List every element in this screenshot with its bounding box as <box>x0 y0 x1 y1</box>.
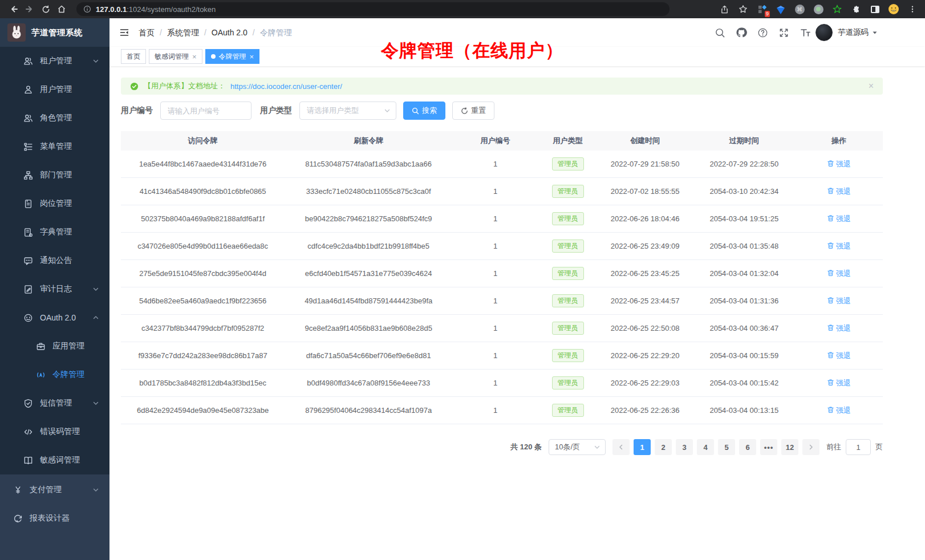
breadcrumb-item[interactable]: 首页 <box>139 28 155 37</box>
help-icon[interactable] <box>757 27 768 38</box>
user-id-cell: 1 <box>452 379 538 387</box>
user-avatar[interactable] <box>816 24 833 41</box>
browser-home-button[interactable] <box>55 2 68 16</box>
pager-page-button[interactable]: 4 <box>697 439 714 455</box>
star-extension-icon[interactable] <box>831 3 843 15</box>
expire-time-cell: 2054-03-10 20:42:34 <box>693 187 795 196</box>
tab-0[interactable]: 首页 <box>121 49 146 64</box>
sidebar-item-oauth[interactable]: OAuth 2.0 <box>0 303 109 332</box>
sidebar-item-dept[interactable]: 部门管理 <box>0 161 109 189</box>
font-size-icon[interactable] <box>800 27 811 38</box>
pager-more-button[interactable]: ••• <box>760 439 777 455</box>
tab-close-icon[interactable]: × <box>250 53 254 60</box>
force-logout-button[interactable]: 强退 <box>827 214 851 224</box>
side-panel-icon[interactable] <box>869 3 881 15</box>
alert-close-icon[interactable]: × <box>869 82 874 91</box>
sidebar-item-oauth-token[interactable]: 令牌管理 <box>0 360 109 389</box>
sidebar-item-pay[interactable]: 支付管理 <box>0 476 109 504</box>
gem-extension-icon[interactable] <box>775 3 786 15</box>
github-icon[interactable] <box>736 27 747 38</box>
reset-button[interactable]: 重置 <box>452 102 494 120</box>
site-info-icon[interactable] <box>83 5 91 13</box>
browser-back-button[interactable] <box>7 2 21 16</box>
org-icon <box>23 170 33 180</box>
tab-2[interactable]: 令牌管理× <box>205 49 260 64</box>
sidebar-item-role[interactable]: 角色管理 <box>0 104 109 132</box>
table-row: 502375b8040a469a9b82188afdf6af1fbe90422b… <box>121 205 883 233</box>
pager-page-button[interactable]: 2 <box>655 439 672 455</box>
user-caret-down-icon[interactable] <box>871 29 878 36</box>
sidebar-item-notice[interactable]: 通知公告 <box>0 246 109 275</box>
user-icon <box>23 84 33 95</box>
force-logout-button[interactable]: 强退 <box>827 378 851 388</box>
pager-page-button[interactable]: 1 <box>634 439 651 455</box>
header-icons <box>715 27 811 38</box>
action-cell: 强退 <box>795 241 883 251</box>
force-logout-button[interactable]: 强退 <box>827 269 851 279</box>
sidebar-item-menu[interactable]: 菜单管理 <box>0 132 109 161</box>
puzzle-extensions-icon[interactable] <box>850 3 862 15</box>
profile-avatar-icon[interactable] <box>888 3 899 15</box>
force-logout-button[interactable]: 强退 <box>827 405 851 416</box>
action-cell: 强退 <box>795 296 883 306</box>
expire-time-cell: 2054-03-04 00:36:47 <box>693 324 795 332</box>
sidebar-item-oauth-app[interactable]: 应用管理 <box>0 332 109 360</box>
fullscreen-icon[interactable] <box>778 27 789 38</box>
command-extension-icon[interactable]: ⌘ <box>794 3 805 15</box>
sidebar-item-report[interactable]: 报表设计器 <box>0 504 109 533</box>
sidebar-item-errcode[interactable]: 错误码管理 <box>0 417 109 446</box>
pager-page-button[interactable]: 12 <box>781 439 798 455</box>
search-icon[interactable] <box>715 27 725 38</box>
force-logout-button[interactable]: 强退 <box>827 351 851 361</box>
recorder-extension-icon[interactable] <box>813 3 824 15</box>
user-type-cell: 管理员 <box>538 267 597 280</box>
force-logout-button[interactable]: 强退 <box>827 159 851 169</box>
page-size-select[interactable]: 10条/页 <box>549 439 606 455</box>
pager-page-button[interactable]: 6 <box>739 439 756 455</box>
user-id-input[interactable] <box>160 102 251 120</box>
force-logout-label: 强退 <box>836 296 851 306</box>
address-bar[interactable]: 127.0.0.1:1024/system/oauth2/token <box>76 2 670 16</box>
extension-tiles-icon[interactable]: 9 <box>756 3 768 15</box>
force-logout-button[interactable]: 强退 <box>827 296 851 306</box>
force-logout-button[interactable]: 强退 <box>827 323 851 334</box>
table-header-cell: 过期时间 <box>693 136 795 146</box>
sidebar-item-dict[interactable]: 字典管理 <box>0 218 109 246</box>
browser-menu-icon[interactable] <box>907 3 918 15</box>
goto-page-input[interactable] <box>846 439 871 455</box>
pager-page-button[interactable]: 3 <box>676 439 693 455</box>
sidebar-item-tenant[interactable]: 租户管理 <box>0 47 109 75</box>
force-logout-button[interactable]: 强退 <box>827 186 851 197</box>
app-logo: 芋道管理系统 <box>0 18 109 47</box>
sidebar-item-sensitive[interactable]: 敏感词管理 <box>0 446 109 474</box>
table-header-cell: 创建时间 <box>597 136 693 146</box>
pager-prev-button[interactable] <box>612 439 630 455</box>
yen-icon <box>13 485 23 495</box>
alert-doc-link[interactable]: https://doc.iocoder.cn/user-center/ <box>230 82 342 91</box>
sidebar-item-sms[interactable]: 短信管理 <box>0 389 109 417</box>
browser-forward-button[interactable] <box>23 2 36 16</box>
expire-time-cell: 2054-03-04 01:31:36 <box>693 297 795 305</box>
user-type-select[interactable]: 请选择用户类型 <box>299 102 396 120</box>
user-type-badge: 管理员 <box>552 322 584 335</box>
pager-next-button[interactable] <box>802 439 819 455</box>
force-logout-label: 强退 <box>836 323 851 334</box>
sidebar-item-post[interactable]: 岗位管理 <box>0 189 109 218</box>
search-button[interactable]: 搜索 <box>403 102 445 120</box>
user-name[interactable]: 芋道源码 <box>838 27 869 38</box>
app-header: 首页/系统管理/OAuth 2.0/令牌管理 芋道源码 <box>109 18 925 47</box>
pager-page-button[interactable]: 5 <box>718 439 735 455</box>
share-icon[interactable] <box>719 3 730 15</box>
tab-close-icon[interactable]: × <box>192 53 197 60</box>
bookmark-star-icon[interactable] <box>737 3 749 15</box>
sidebar-item-audit[interactable]: 审计日志 <box>0 275 109 303</box>
main-area: 令牌管理（在线用户） 首页/系统管理/OAuth 2.0/令牌管理 芋道源码 首… <box>109 18 925 560</box>
force-logout-button[interactable]: 强退 <box>827 241 851 251</box>
browser-reload-button[interactable] <box>39 2 52 16</box>
tab-1[interactable]: 敏感词管理× <box>149 49 202 64</box>
sidebar-item-user[interactable]: 用户管理 <box>0 75 109 104</box>
breadcrumb-item[interactable]: 系统管理 <box>167 28 199 37</box>
user-type-cell: 管理员 <box>538 376 597 389</box>
sidebar-fold-icon[interactable] <box>119 27 129 38</box>
breadcrumb-item[interactable]: OAuth 2.0 <box>212 28 248 37</box>
